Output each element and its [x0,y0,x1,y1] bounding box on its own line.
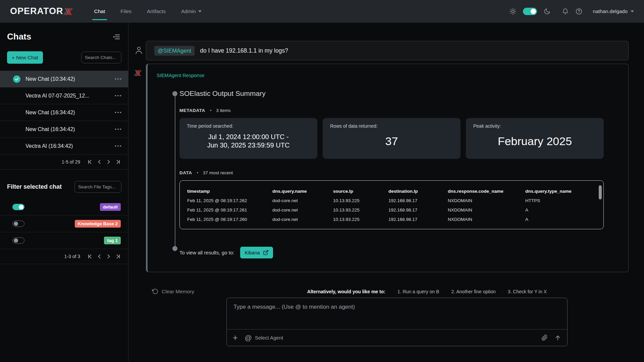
next-page-icon[interactable] [106,159,112,165]
response-timeline: SOElastic Output Summary METADATA • 3 it… [148,89,628,258]
agent-response-row: X X SIEMAgent Response SOElastic Output … [134,64,629,272]
first-page-icon[interactable] [87,159,93,165]
alternative-option[interactable]: 3. Check for Y in X [508,289,547,294]
agent-response-panel: SIEMAgent Response SOElastic Output Summ… [146,64,629,272]
chat-item-label: New Chat (10:34:42) [25,76,75,82]
at-icon: @ [245,334,252,341]
next-page-icon[interactable] [106,253,112,259]
metadata-card-time-period: Time period searched: Jul 1, 2024 12:00:… [179,118,317,159]
tag-filter-list: default Knowledge Base 2 tag 1 1-3 of 3 [0,199,128,264]
alternatives-label: Alternatively, would you like me to: [307,289,385,294]
alternative-option[interactable]: 1. Run a query on B [397,289,439,294]
composer-toolbar: + @ Select Agent [227,329,567,346]
chat-main: @SIEMAgent do I have 192.168.1.1 in my l… [128,23,644,362]
brand-text: OPERATOR [10,6,63,16]
user-message-bubble: @SIEMAgent do I have 192.168.1.1 in my l… [146,41,629,60]
moon-icon [543,8,551,15]
nav-tab-artifacts[interactable]: Artifacts [139,0,173,22]
chat-item-label: Vectra AI (16:34:42) [25,143,73,149]
message-input[interactable] [227,298,567,329]
chat-item-menu-icon[interactable] [115,112,121,113]
nav-tab-chat[interactable]: Chat [87,0,113,22]
user-message-row: @SIEMAgent do I have 192.168.1.1 in my l… [134,41,629,60]
username: nathan.delgado [593,8,628,14]
actions-row: Clear Memory Alternatively, would you li… [134,288,629,295]
first-page-icon[interactable] [87,253,93,259]
last-page-icon[interactable] [115,159,121,165]
chat-item-menu-icon[interactable] [115,78,121,80]
table-scrollbar[interactable] [599,185,602,199]
brand-logo: OPERATOR X X [0,0,75,22]
agent-mention-chip[interactable]: @SIEMAgent [154,46,195,56]
bullet-separator: • [210,108,212,113]
topbar: OPERATOR X X Chat Files Artifacts Admin … [0,0,644,23]
select-agent-button[interactable]: @ Select Agent [245,334,283,341]
topbar-controls: nathan.delgado [509,0,644,22]
alternative-option[interactable]: 2. Another fine option [451,289,495,294]
undo-icon [152,288,158,295]
search-chats-input[interactable] [81,52,121,63]
tag-toggle[interactable] [12,237,24,244]
tag-badge[interactable]: default [100,203,121,211]
chats-pagination-label: 1-5 of 29 [62,159,80,165]
user-message-text: do I have 192.168.1.1 in my logs? [200,47,288,54]
chat-item-label: New Chat (16:34:42) [25,110,75,116]
chat-list-item[interactable]: Vectra AI (16:34:42) [0,138,128,155]
main-nav: Chat Files Artifacts Admin [87,0,209,22]
metadata-card-rows-returned: Rows of data returned: 37 [323,118,461,159]
chat-list-item[interactable]: New Chat (10:34:42) [0,71,128,87]
chats-pagination: 1-5 of 29 [0,155,128,170]
composer: + @ Select Agent [226,298,568,346]
chat-list: New Chat (10:34:42) Vectra AI 07-07-2025… [0,71,128,170]
brand-x-logo: X X [64,6,75,17]
theme-toggle[interactable] [523,8,537,15]
tag-filter-row: tag 1 [0,232,128,249]
tag-toggle[interactable] [12,221,24,227]
tag-toggle[interactable] [12,204,24,210]
tag-badge[interactable]: Knowledge Base 2 [75,220,121,228]
tag-badge[interactable]: tag 1 [104,237,121,244]
new-chat-button[interactable]: + New Chat [7,51,43,64]
external-link-icon [263,250,269,255]
alternatives-row: Alternatively, would you like me to: 1. … [307,289,547,294]
results-table: timestamp dns.query.name source.Ip desti… [179,180,604,229]
user-avatar-icon [134,41,146,55]
help-icon[interactable] [575,8,583,15]
sidebar: Chats + New Chat New Chat (10:34:42) Vec… [0,23,128,362]
chat-list-item[interactable]: New Chat (16:34:42) [0,121,128,138]
paperclip-icon[interactable] [541,335,548,341]
search-file-tags-input[interactable] [74,181,121,193]
chevron-down-icon [631,10,634,12]
metadata-section-header: METADATA • 3 items [179,108,604,113]
tag-filter-row: Knowledge Base 2 [0,216,128,232]
chat-list-item[interactable]: New Chat (16:34:42) [0,104,128,121]
prev-page-icon[interactable] [96,253,102,259]
tags-pagination: 1-3 of 3 [0,249,128,264]
chevron-down-icon [198,10,202,12]
nav-tab-files[interactable]: Files [113,0,139,22]
table-row: Feb 11, 2025 @ 08:19:17.262 dod-core.net… [187,196,595,205]
chat-item-menu-icon[interactable] [115,95,121,97]
filter-title: Filter selected chat [7,183,62,190]
tag-filter-row: default [0,199,128,216]
table-row: Feb 11, 2025 @ 08:19:17.261 dod-core.net… [187,205,595,215]
clear-memory-button[interactable]: Clear Memory [152,288,194,295]
add-attachment-plus-icon[interactable]: + [233,334,238,342]
user-menu[interactable]: nathan.delgado [593,8,634,14]
results-footer: To view all results, go to: Kibana [179,247,604,258]
results-footer-text: To view all results, go to: [179,250,234,255]
metadata-cards: Time period searched: Jul 1, 2024 12:00:… [179,118,604,159]
last-page-icon[interactable] [115,253,121,259]
chat-item-menu-icon[interactable] [115,145,121,147]
nav-tab-admin[interactable]: Admin [173,0,209,22]
metadata-card-peak-activity: Peak activity: February 2025 [466,118,604,159]
chat-item-menu-icon[interactable] [115,128,121,130]
chat-list-item[interactable]: Vectra AI 07-07-2025_12... [0,87,128,104]
table-row: Feb 11, 2025 @ 08:19:17.260 dod-core.net… [187,215,595,224]
notifications-bell-icon[interactable] [562,8,569,15]
prev-page-icon[interactable] [96,159,102,165]
kibana-link-button[interactable]: Kibana [240,247,273,258]
collapse-sidebar-icon[interactable] [112,33,121,41]
send-icon[interactable] [554,335,561,341]
bullet-separator: • [197,170,199,175]
